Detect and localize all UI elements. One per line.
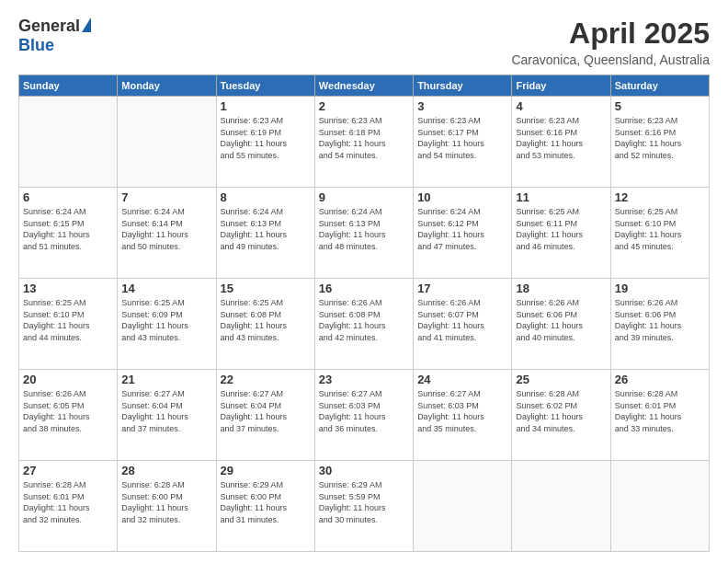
calendar-cell: 6Sunrise: 6:24 AM Sunset: 6:15 PM Daylig… bbox=[19, 188, 118, 279]
calendar-cell: 18Sunrise: 6:26 AM Sunset: 6:06 PM Dayli… bbox=[512, 279, 610, 370]
day-number: 22 bbox=[221, 373, 311, 386]
weekday-header: Sunday bbox=[19, 75, 118, 97]
day-info: Sunrise: 6:25 AM Sunset: 6:09 PM Dayligh… bbox=[121, 297, 211, 343]
day-number: 17 bbox=[417, 282, 507, 295]
weekday-header: Thursday bbox=[414, 75, 512, 97]
day-number: 29 bbox=[221, 464, 311, 477]
calendar-cell: 29Sunrise: 6:29 AM Sunset: 6:00 PM Dayli… bbox=[216, 461, 314, 552]
weekday-header: Monday bbox=[118, 75, 216, 97]
day-info: Sunrise: 6:25 AM Sunset: 6:11 PM Dayligh… bbox=[516, 206, 606, 252]
calendar-cell: 15Sunrise: 6:25 AM Sunset: 6:08 PM Dayli… bbox=[216, 279, 314, 370]
calendar-cell: 24Sunrise: 6:27 AM Sunset: 6:03 PM Dayli… bbox=[414, 370, 512, 461]
day-info: Sunrise: 6:23 AM Sunset: 6:18 PM Dayligh… bbox=[319, 115, 409, 161]
day-number: 7 bbox=[121, 190, 211, 204]
day-number: 11 bbox=[516, 190, 606, 204]
day-number: 21 bbox=[121, 373, 211, 386]
day-info: Sunrise: 6:25 AM Sunset: 6:10 PM Dayligh… bbox=[615, 206, 705, 252]
calendar-cell: 19Sunrise: 6:26 AM Sunset: 6:06 PM Dayli… bbox=[610, 279, 709, 370]
day-info: Sunrise: 6:28 AM Sunset: 6:02 PM Dayligh… bbox=[516, 388, 606, 434]
day-number: 16 bbox=[319, 282, 409, 295]
day-info: Sunrise: 6:28 AM Sunset: 6:01 PM Dayligh… bbox=[23, 479, 113, 525]
day-number: 13 bbox=[23, 282, 113, 295]
day-info: Sunrise: 6:26 AM Sunset: 6:06 PM Dayligh… bbox=[516, 297, 606, 343]
day-number: 26 bbox=[615, 373, 705, 386]
day-info: Sunrise: 6:23 AM Sunset: 6:19 PM Dayligh… bbox=[221, 115, 311, 161]
calendar-cell bbox=[414, 461, 512, 552]
weekday-header: Tuesday bbox=[216, 75, 314, 97]
day-info: Sunrise: 6:28 AM Sunset: 6:00 PM Dayligh… bbox=[121, 479, 211, 525]
weekday-header: Wednesday bbox=[314, 75, 413, 97]
day-info: Sunrise: 6:24 AM Sunset: 6:15 PM Dayligh… bbox=[23, 206, 113, 252]
day-number: 24 bbox=[417, 373, 507, 386]
day-info: Sunrise: 6:23 AM Sunset: 6:16 PM Dayligh… bbox=[615, 115, 705, 161]
page: General Blue April 2025 Caravonica, Quee… bbox=[0, 0, 728, 563]
day-number: 6 bbox=[23, 190, 113, 204]
calendar-cell: 22Sunrise: 6:27 AM Sunset: 6:04 PM Dayli… bbox=[216, 370, 314, 461]
day-info: Sunrise: 6:26 AM Sunset: 6:05 PM Dayligh… bbox=[23, 388, 113, 434]
day-info: Sunrise: 6:24 AM Sunset: 6:12 PM Dayligh… bbox=[417, 206, 507, 252]
calendar-cell: 9Sunrise: 6:24 AM Sunset: 6:13 PM Daylig… bbox=[314, 188, 413, 279]
day-number: 10 bbox=[417, 190, 507, 204]
day-info: Sunrise: 6:27 AM Sunset: 6:03 PM Dayligh… bbox=[417, 388, 507, 434]
day-number: 25 bbox=[516, 373, 606, 386]
calendar-week-row: 6Sunrise: 6:24 AM Sunset: 6:15 PM Daylig… bbox=[19, 188, 710, 279]
day-number: 4 bbox=[516, 99, 606, 113]
day-number: 15 bbox=[221, 282, 311, 295]
logo-general-text: General bbox=[18, 17, 80, 36]
day-info: Sunrise: 6:24 AM Sunset: 6:13 PM Dayligh… bbox=[221, 206, 311, 252]
day-info: Sunrise: 6:26 AM Sunset: 6:07 PM Dayligh… bbox=[417, 297, 507, 343]
calendar-cell: 21Sunrise: 6:27 AM Sunset: 6:04 PM Dayli… bbox=[118, 370, 216, 461]
weekday-header: Saturday bbox=[610, 75, 709, 97]
day-number: 19 bbox=[615, 282, 705, 295]
day-info: Sunrise: 6:24 AM Sunset: 6:13 PM Dayligh… bbox=[319, 206, 409, 252]
calendar-table: SundayMondayTuesdayWednesdayThursdayFrid… bbox=[18, 75, 710, 552]
day-info: Sunrise: 6:28 AM Sunset: 6:01 PM Dayligh… bbox=[615, 388, 705, 434]
day-number: 2 bbox=[319, 99, 409, 113]
calendar-week-row: 20Sunrise: 6:26 AM Sunset: 6:05 PM Dayli… bbox=[19, 370, 710, 461]
day-number: 30 bbox=[319, 464, 409, 477]
day-info: Sunrise: 6:25 AM Sunset: 6:08 PM Dayligh… bbox=[221, 297, 311, 343]
calendar-week-row: 27Sunrise: 6:28 AM Sunset: 6:01 PM Dayli… bbox=[19, 461, 710, 552]
month-title: April 2025 bbox=[511, 17, 710, 51]
day-info: Sunrise: 6:23 AM Sunset: 6:16 PM Dayligh… bbox=[516, 115, 606, 161]
day-number: 20 bbox=[23, 373, 113, 386]
calendar-cell: 23Sunrise: 6:27 AM Sunset: 6:03 PM Dayli… bbox=[314, 370, 413, 461]
calendar-cell: 7Sunrise: 6:24 AM Sunset: 6:14 PM Daylig… bbox=[118, 188, 216, 279]
calendar-cell: 2Sunrise: 6:23 AM Sunset: 6:18 PM Daylig… bbox=[314, 97, 413, 188]
day-info: Sunrise: 6:23 AM Sunset: 6:17 PM Dayligh… bbox=[417, 115, 507, 161]
day-number: 28 bbox=[121, 464, 211, 477]
calendar-cell: 28Sunrise: 6:28 AM Sunset: 6:00 PM Dayli… bbox=[118, 461, 216, 552]
calendar-cell bbox=[610, 461, 709, 552]
calendar-cell: 13Sunrise: 6:25 AM Sunset: 6:10 PM Dayli… bbox=[19, 279, 118, 370]
day-number: 14 bbox=[121, 282, 211, 295]
calendar-cell: 1Sunrise: 6:23 AM Sunset: 6:19 PM Daylig… bbox=[216, 97, 314, 188]
day-info: Sunrise: 6:29 AM Sunset: 6:00 PM Dayligh… bbox=[221, 479, 311, 525]
calendar-week-row: 1Sunrise: 6:23 AM Sunset: 6:19 PM Daylig… bbox=[19, 97, 710, 188]
day-number: 12 bbox=[615, 190, 705, 204]
location: Caravonica, Queensland, Australia bbox=[511, 52, 710, 67]
calendar-cell: 27Sunrise: 6:28 AM Sunset: 6:01 PM Dayli… bbox=[19, 461, 118, 552]
header: General Blue April 2025 Caravonica, Quee… bbox=[18, 17, 710, 67]
calendar-cell: 16Sunrise: 6:26 AM Sunset: 6:08 PM Dayli… bbox=[314, 279, 413, 370]
day-info: Sunrise: 6:27 AM Sunset: 6:04 PM Dayligh… bbox=[121, 388, 211, 434]
calendar-cell bbox=[512, 461, 610, 552]
day-info: Sunrise: 6:26 AM Sunset: 6:06 PM Dayligh… bbox=[615, 297, 705, 343]
calendar-cell bbox=[118, 97, 216, 188]
day-number: 1 bbox=[221, 99, 311, 113]
day-number: 3 bbox=[417, 99, 507, 113]
calendar-cell: 11Sunrise: 6:25 AM Sunset: 6:11 PM Dayli… bbox=[512, 188, 610, 279]
title-block: April 2025 Caravonica, Queensland, Austr… bbox=[511, 17, 710, 67]
logo-triangle-icon bbox=[82, 17, 91, 32]
day-info: Sunrise: 6:27 AM Sunset: 6:03 PM Dayligh… bbox=[319, 388, 409, 434]
calendar-cell: 30Sunrise: 6:29 AM Sunset: 5:59 PM Dayli… bbox=[314, 461, 413, 552]
day-info: Sunrise: 6:27 AM Sunset: 6:04 PM Dayligh… bbox=[221, 388, 311, 434]
calendar-cell: 14Sunrise: 6:25 AM Sunset: 6:09 PM Dayli… bbox=[118, 279, 216, 370]
calendar-cell bbox=[19, 97, 118, 188]
calendar-cell: 4Sunrise: 6:23 AM Sunset: 6:16 PM Daylig… bbox=[512, 97, 610, 188]
calendar-cell: 3Sunrise: 6:23 AM Sunset: 6:17 PM Daylig… bbox=[414, 97, 512, 188]
day-info: Sunrise: 6:26 AM Sunset: 6:08 PM Dayligh… bbox=[319, 297, 409, 343]
day-number: 18 bbox=[516, 282, 606, 295]
calendar-cell: 5Sunrise: 6:23 AM Sunset: 6:16 PM Daylig… bbox=[610, 97, 709, 188]
day-number: 27 bbox=[23, 464, 113, 477]
calendar-cell: 20Sunrise: 6:26 AM Sunset: 6:05 PM Dayli… bbox=[19, 370, 118, 461]
